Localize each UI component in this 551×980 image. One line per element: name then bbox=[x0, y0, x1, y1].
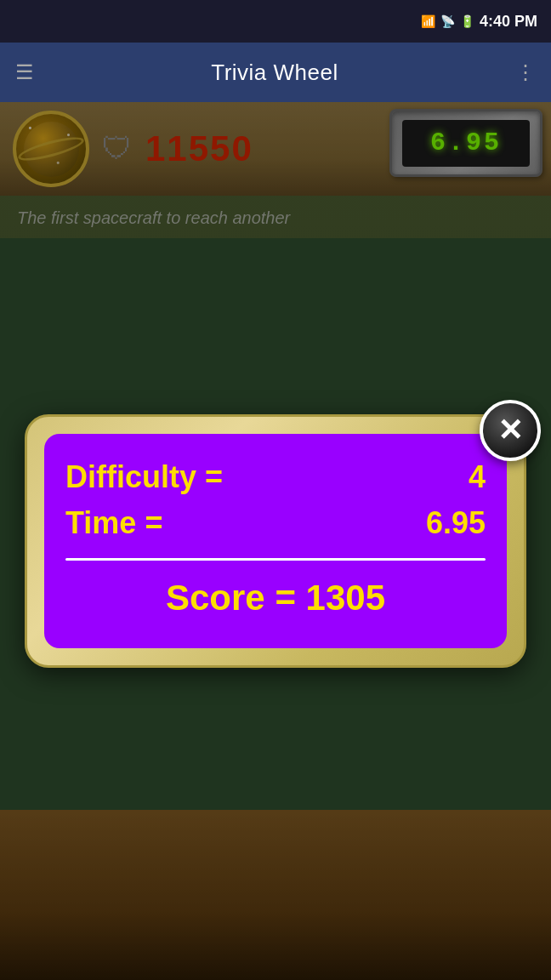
modal-divider bbox=[65, 558, 486, 561]
difficulty-row: Difficulty = 4 bbox=[65, 459, 486, 495]
modal-inner: Difficulty = 4 Time = 6.95 Score = 1305 bbox=[44, 434, 507, 648]
status-time: 4:40 PM bbox=[480, 13, 537, 31]
battery-icon: 🔋 bbox=[460, 14, 474, 28]
time-label: Time = bbox=[65, 505, 162, 541]
app-title: Trivia Wheel bbox=[211, 60, 338, 86]
hamburger-menu-icon[interactable]: ☰ bbox=[15, 60, 34, 84]
status-bar: 📶 📡 🔋 4:40 PM bbox=[0, 0, 551, 43]
status-icons: 📶 📡 🔋 4:40 PM bbox=[421, 13, 537, 31]
close-button[interactable]: ✕ bbox=[480, 400, 541, 461]
wifi-icon: 📶 bbox=[421, 14, 435, 28]
score-modal: ✕ Difficulty = 4 Time = 6.95 Score = 130… bbox=[25, 414, 526, 668]
difficulty-value: 4 bbox=[469, 459, 486, 495]
more-options-icon[interactable]: ⋮ bbox=[515, 60, 536, 84]
time-row: Time = 6.95 bbox=[65, 505, 486, 541]
score-label: Score = 1305 bbox=[166, 578, 385, 618]
modal-overlay: ✕ Difficulty = 4 Time = 6.95 Score = 130… bbox=[0, 102, 551, 980]
close-icon: ✕ bbox=[497, 415, 523, 446]
top-bar: ☰ Trivia Wheel ⋮ bbox=[0, 43, 551, 102]
game-area: 🛡 11550 6.95 The first spacecraft to rea… bbox=[0, 102, 551, 980]
time-value: 6.95 bbox=[426, 505, 486, 541]
signal-icon: 📡 bbox=[440, 14, 455, 28]
difficulty-label: Difficulty = bbox=[65, 459, 223, 495]
score-row: Score = 1305 bbox=[65, 578, 486, 618]
